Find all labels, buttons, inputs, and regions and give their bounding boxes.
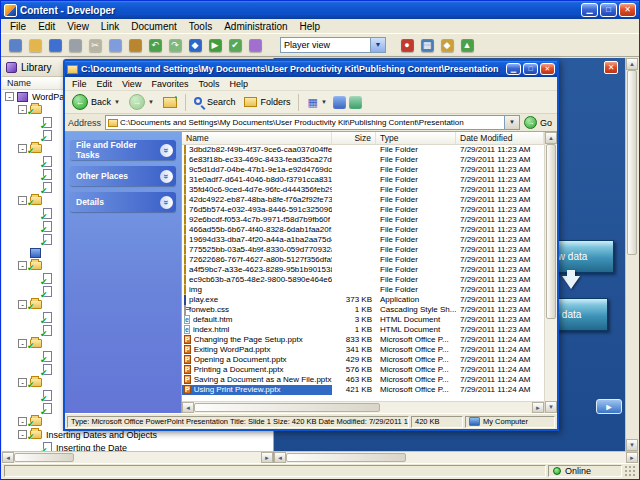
player-view-select[interactable]: Player view ▼ [280,37,386,53]
forward-button[interactable]: → ▼ [126,93,157,111]
go-button[interactable]: → Go [524,116,554,129]
maximize-button[interactable]: □ [600,3,617,17]
scroll-right-icon[interactable]: ► [532,402,544,413]
expander-icon[interactable]: - [18,300,27,309]
publish-icon[interactable]: ▲ [458,36,476,54]
file-row[interactable]: 72622686-767f-4627-a80b-5127f356dfa5File… [182,255,544,265]
expander-icon[interactable]: - [18,144,27,153]
sound-icon[interactable]: ◆ [438,36,456,54]
file-row[interactable]: PSaving a Document as a New File.pptx463… [182,375,544,385]
play-icon[interactable]: ▶ [206,36,224,54]
expander-icon[interactable]: - [18,339,27,348]
copy-icon[interactable] [106,36,124,54]
file-row[interactable]: imgFile Folder7/29/2011 11:23 AM [182,285,544,295]
file-row[interactable]: PChanging the Page Setup.pptx833 KBMicro… [182,335,544,345]
scroll-thumb[interactable] [194,403,380,412]
expander-icon[interactable]: - [5,92,14,101]
redo-icon[interactable]: ↷ [166,36,184,54]
address-input[interactable]: C:\Documents and Settings\My Documents\U… [105,115,520,130]
expander-icon[interactable]: - [18,430,27,439]
extra-tool-icon-2[interactable] [349,96,362,109]
explorer-menu-help[interactable]: Help [224,78,253,90]
cut-icon[interactable]: ✂ [86,36,104,54]
task-group-header[interactable]: Other Places» [70,166,176,186]
column-header-name[interactable]: Name [182,132,332,144]
scroll-up-icon[interactable]: ▲ [626,58,638,70]
back-button[interactable]: ← Back ▼ [69,93,123,111]
minimize-button[interactable]: ▁ [581,3,598,17]
file-row[interactable]: 6e83f18b-ec33-469c-8433-fead35ca27dbFile… [182,155,544,165]
link-icon[interactable]: ◆ [186,36,204,54]
preview-hscrollbar[interactable]: ◄ ► [274,451,638,463]
scroll-thumb[interactable] [627,70,637,255]
file-row[interactable]: eindex.html1 KBHTML Document7/29/2011 11… [182,325,544,335]
expander-icon[interactable]: - [18,417,27,426]
explorer-maximize-button[interactable]: □ [523,63,538,75]
grid-icon[interactable]: ▦ [418,36,436,54]
chevron-icon[interactable]: » [160,196,173,209]
scroll-left-icon[interactable]: ◄ [182,402,194,413]
back-dropdown-icon[interactable]: ▼ [114,99,120,105]
paste-icon[interactable] [126,36,144,54]
scroll-right-icon[interactable]: ► [261,452,273,463]
column-header-size[interactable]: Size [332,132,376,144]
explorer-menu-tools[interactable]: Tools [193,78,224,90]
file-row[interactable]: 775525bb-03a5-4b9f-8330-059d770932a8File… [182,245,544,255]
list-vscrollbar[interactable]: ▲ ▼ [544,132,557,413]
file-row[interactable]: play.exe373 KBApplication7/29/2011 11:23… [182,295,544,305]
new-icon[interactable] [6,36,24,54]
explorer-menu-view[interactable]: View [117,78,146,90]
file-row[interactable]: POpening a Document.pptx429 KBMicrosoft … [182,355,544,365]
address-dropdown-icon[interactable]: ▼ [504,116,519,129]
undo-icon[interactable]: ↶ [146,36,164,54]
scroll-left-icon[interactable]: ◄ [2,452,14,463]
app-menu-administration[interactable]: Administration [218,20,293,33]
open-icon[interactable] [26,36,44,54]
search-button[interactable]: Search [191,96,239,108]
expander-icon[interactable]: - [18,196,27,205]
preview-close-button[interactable]: ✕ [604,61,618,74]
app-menu-link[interactable]: Link [95,20,125,33]
explorer-close-button[interactable]: ✕ [540,63,555,75]
close-button[interactable]: ✕ [619,3,636,17]
app-menu-document[interactable]: Document [125,20,183,33]
extra-tool-icon-1[interactable] [333,96,346,109]
file-row[interactable]: 31e0adf7-d641-4046-b8d0-f3791cca8311File… [182,175,544,185]
combo-dropdown-icon[interactable]: ▼ [370,38,385,52]
file-row[interactable]: 35fd40c6-9ced-4d7e-96fc-d444356feb29File… [182,185,544,195]
file-row[interactable]: edefault.htm3 KBHTML Document7/29/2011 1… [182,315,544,325]
file-row[interactable]: PExiting WordPad.pptx341 KBMicrosoft Off… [182,345,544,355]
preview-vscrollbar[interactable]: ▲ ▼ [625,58,638,451]
column-header-type[interactable]: Type [376,132,456,144]
check-icon[interactable]: ✔ [226,36,244,54]
file-row[interactable]: fonweb.css1 KBCascading Style Sh...7/29/… [182,305,544,315]
explorer-menu-file[interactable]: File [67,78,92,90]
app-menu-view[interactable]: View [61,20,95,33]
library-hscrollbar[interactable]: ◄ ► [2,451,274,463]
file-row[interactable]: 76d5b574-e032-493a-8446-591c325096bfFile… [182,205,544,215]
task-group-header[interactable]: File and Folder Tasks» [70,140,176,160]
list-hscrollbar[interactable]: ◄ ► [182,401,544,413]
scroll-right-icon[interactable]: ► [626,452,638,463]
forward-dropdown-icon[interactable]: ▼ [148,99,154,105]
explorer-minimize-button[interactable]: ▁ [506,63,521,75]
tree-row[interactable]: ✔Inserting the Date [2,441,273,451]
scroll-left-icon[interactable]: ◄ [274,452,286,463]
scroll-up-icon[interactable]: ▲ [545,132,557,144]
explorer-menu-edit[interactable]: Edit [92,78,118,90]
properties-icon[interactable] [246,36,264,54]
app-menu-file[interactable]: File [4,20,32,33]
file-row[interactable]: 9c5d1dd7-04be-47b1-9e1a-e92d4769dc58File… [182,165,544,175]
file-row[interactable]: a4f59bc7-a33e-4623-8289-95b1b9015380File… [182,265,544,275]
scroll-down-icon[interactable]: ▼ [545,401,557,413]
file-row[interactable]: 19694d33-dba7-4f20-a44a-a1ba2aa75d49File… [182,235,544,245]
up-button[interactable] [160,96,180,109]
file-row[interactable]: 3dbd2b82-f49b-4f37-9ce6-caa037d04ffeFile… [182,145,544,155]
file-row[interactable]: 92e6bcdf-f053-4c7b-9971-f58d7b9fb60fFile… [182,215,544,225]
views-button[interactable]: ▦ ▼ [304,96,329,109]
next-slide-button[interactable]: ► [596,399,622,414]
folders-button[interactable]: Folders [241,96,293,108]
file-row[interactable]: 42dc4922-eb87-48ba-b8fe-f76a2f92fe73File… [182,195,544,205]
file-row[interactable]: PUsing Print Preview.pptx421 KBMicrosoft… [182,385,544,395]
app-menu-edit[interactable]: Edit [32,20,61,33]
